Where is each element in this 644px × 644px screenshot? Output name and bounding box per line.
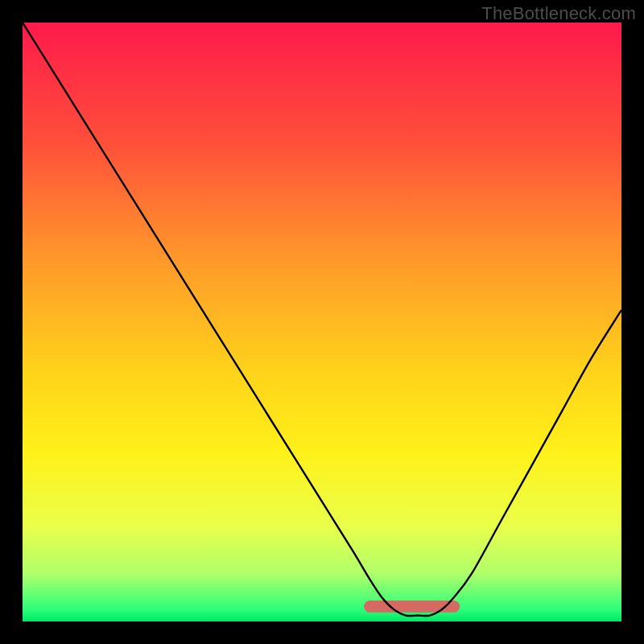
bottleneck-curve	[23, 23, 621, 616]
curve-layer	[23, 23, 621, 621]
watermark-text: TheBottleneck.com	[481, 3, 636, 24]
plot-area	[23, 23, 621, 621]
chart-frame: TheBottleneck.com	[0, 0, 644, 644]
